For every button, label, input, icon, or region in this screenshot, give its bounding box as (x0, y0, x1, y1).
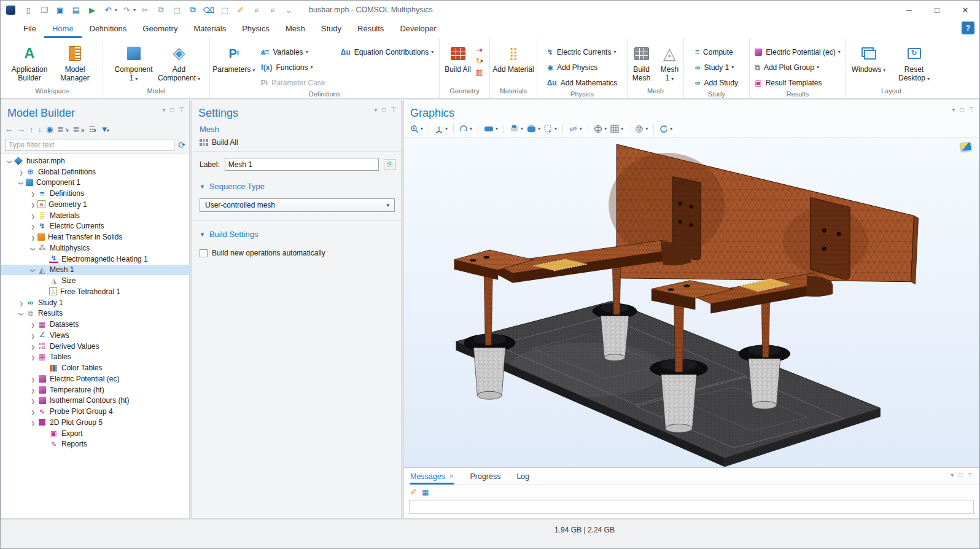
panel-detach-icon[interactable]: □ (960, 106, 963, 113)
menu-home[interactable]: Home (44, 19, 82, 38)
expand-icon[interactable]: ≣↓▾ (73, 125, 84, 134)
build-all-button[interactable]: Build All (192, 135, 401, 152)
build-mesh-button[interactable]: Build Mesh (628, 42, 655, 83)
menu-results[interactable]: Results (349, 19, 392, 38)
back-icon[interactable]: ← (5, 125, 13, 134)
snapshot-icon[interactable] (960, 142, 971, 152)
show-icon[interactable]: ◉ (46, 125, 53, 134)
expander-icon[interactable] (17, 178, 26, 187)
build-settings-section-header[interactable]: ▼ Build Settings (192, 221, 401, 241)
tab-messages[interactable]: Messages ✕ (410, 472, 454, 485)
copy-icon[interactable]: ⧉ (154, 4, 168, 16)
component-1-button[interactable]: Component 1 (112, 42, 156, 83)
menu-definitions[interactable]: Definitions (82, 19, 135, 38)
tree-item-datasets[interactable]: Datasets (1, 319, 189, 330)
sequence-type-section-header[interactable]: ▼ Sequence Type (192, 173, 401, 193)
clear-selection-icon[interactable]: ✐ (234, 4, 247, 16)
expander-icon[interactable] (28, 396, 37, 405)
more-commands-icon[interactable]: ⌄ (282, 4, 295, 16)
duplicate-icon[interactable]: ⧉ (186, 4, 200, 16)
tree-item-component-1[interactable]: Component 1 (1, 177, 189, 189)
tree-item-mesh-1[interactable]: Mesh 1 (1, 265, 189, 276)
expander-icon[interactable] (28, 386, 37, 394)
expander-icon[interactable] (28, 407, 37, 416)
tree-item-electric-currents[interactable]: Electric Currents (1, 221, 189, 232)
open-file-icon[interactable]: ❒ (37, 4, 51, 16)
tree-item-derived-values[interactable]: Derived Values (1, 341, 189, 352)
add-study-button[interactable]: ∞ Add Study (691, 75, 742, 90)
help-button[interactable]: ? (962, 21, 974, 34)
tree-item-size[interactable]: Size (1, 275, 189, 286)
save-icon[interactable]: ▣ (53, 4, 67, 16)
find-icon[interactable]: ⌕ (250, 4, 263, 16)
graphics-canvas[interactable] (404, 137, 979, 467)
menu-physics[interactable]: Physics (234, 19, 278, 38)
tree-item-materials[interactable]: Materials (1, 210, 189, 221)
clear-messages-icon[interactable]: ✐ (410, 488, 417, 497)
menu-study[interactable]: Study (313, 19, 349, 38)
parameter-case-button[interactable]: Pi Parameter Case (257, 75, 336, 90)
application-builder-button[interactable]: A Application Builder (7, 42, 52, 83)
expander-icon[interactable] (28, 189, 37, 198)
panel-menu-icon[interactable]: ▾ (952, 106, 955, 113)
tree-item-electromagnetic-heating[interactable]: Electromagnetic Heating 1 (1, 254, 189, 265)
reset-desktop-button[interactable]: ↻ Reset Desktop (892, 42, 936, 83)
study-1-button[interactable]: ∞ Study 1 (691, 60, 742, 75)
undo-caret-icon[interactable]: ▾ (115, 7, 117, 13)
menu-materials[interactable]: Materials (185, 19, 234, 38)
tab-progress[interactable]: Progress (470, 472, 500, 485)
tree-item-export[interactable]: Export (1, 428, 189, 439)
add-physics-button[interactable]: ◉ Add Physics (543, 60, 621, 75)
color-palette-icon[interactable]: ▾ (635, 125, 648, 133)
add-plot-group-button[interactable]: ⧉ Add Plot Group (751, 60, 844, 75)
cut-icon[interactable]: ✂ (138, 4, 152, 16)
close-button[interactable]: ✕ (951, 1, 979, 19)
tree-item-study-1[interactable]: Study 1 (1, 297, 189, 308)
functions-button[interactable]: f(x) Functions (257, 60, 336, 75)
add-material-button[interactable]: ⣿ Add Material (491, 42, 535, 74)
tree-item-2d-plot-group[interactable]: 2D Plot Group 5 (1, 417, 189, 428)
rename-icon[interactable]: ⎘ (384, 159, 396, 170)
zoom-icon[interactable]: ▾ (410, 125, 423, 133)
redo-icon[interactable]: ↷ (120, 4, 133, 16)
sequence-type-select[interactable]: User-controlled mesh (200, 198, 395, 212)
menu-file[interactable]: File (15, 19, 44, 38)
model-manager-button[interactable]: Model Manager (53, 42, 97, 83)
maximize-button[interactable]: □ (923, 1, 951, 19)
panel-pin-icon[interactable]: ⊤ (391, 106, 396, 113)
menu-geometry[interactable]: Geometry (134, 19, 185, 38)
tree-item-geometry-1[interactable]: Geometry 1 (1, 199, 189, 210)
parameters-button[interactable]: Pi Parameters (212, 42, 256, 74)
panel-detach-icon[interactable]: □ (382, 106, 386, 113)
skybox-icon[interactable]: ▾ (527, 125, 540, 133)
build-all-geometry-button[interactable]: Build All (444, 42, 472, 74)
rotate-icon[interactable]: ▾ (459, 125, 472, 133)
tab-log[interactable]: Log (516, 472, 529, 485)
move-down-icon[interactable]: ↓ (38, 125, 42, 134)
tree-item-global-definitions[interactable]: Global Definitions (1, 166, 189, 177)
select-box-icon[interactable]: ⬚ (218, 4, 231, 16)
expander-icon[interactable] (17, 298, 26, 307)
panel-detach-icon[interactable]: □ (170, 106, 174, 113)
variables-button[interactable]: a= Variables (257, 44, 336, 60)
redo-caret-icon[interactable]: ▾ (133, 7, 136, 13)
expander-icon[interactable] (28, 320, 37, 329)
move-up-icon[interactable]: ↑ (29, 125, 34, 134)
panel-detach-icon[interactable]: □ (959, 472, 962, 478)
expander-icon[interactable] (28, 244, 37, 252)
expander-icon[interactable] (17, 168, 26, 176)
expander-icon[interactable] (5, 157, 14, 165)
find-in-model-icon[interactable]: ⌕ (266, 4, 279, 16)
panel-menu-icon[interactable]: ▾ (951, 472, 954, 478)
menu-developer[interactable]: Developer (392, 19, 444, 38)
menu-mesh[interactable]: Mesh (278, 19, 313, 38)
section-collapse-icon[interactable]: ▼ (200, 232, 205, 238)
panel-menu-icon[interactable]: ▾ (162, 106, 165, 113)
expander-icon[interactable] (28, 222, 37, 230)
tree-item-tables[interactable]: Tables (1, 352, 189, 363)
expander-icon[interactable] (28, 342, 37, 351)
delete-icon[interactable]: ⌫ (202, 4, 216, 16)
tree-item-isothermal-contours[interactable]: Isothermal Contours (ht) (1, 395, 189, 407)
panel-menu-icon[interactable]: ▾ (374, 106, 377, 113)
tree-item-temperature[interactable]: Temperature (ht) (1, 384, 189, 395)
